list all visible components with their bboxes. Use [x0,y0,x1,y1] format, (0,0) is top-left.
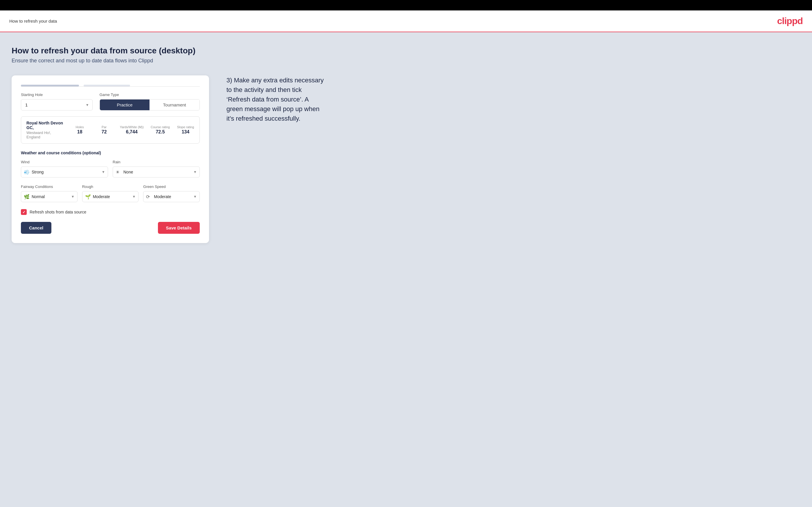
fairway-select[interactable]: Normal Soft Firm [21,191,78,202]
yards-value: 6,744 [120,129,144,134]
practice-button[interactable]: Practice [100,100,150,110]
tab-stub-2 [84,85,130,87]
course-location: Westward Ho!, England [27,130,64,139]
rain-select[interactable]: None Light Heavy [113,167,200,177]
yards-stat: Yards/White (M)) 6,744 [120,125,144,134]
checkmark-icon: ✓ [22,210,26,214]
slope-rating-label: Slope rating [177,125,194,129]
course-table: Royal North Devon GC, Westward Ho!, Engl… [21,116,200,144]
page-subtitle: Ensure the correct and most up to date d… [12,58,800,64]
green-speed-group: Green Speed ⟳ Moderate Slow Fast ▼ [143,184,200,202]
starting-hole-label: Starting Hole [21,93,93,97]
main-content: How to refresh your data from source (de… [0,32,812,507]
conditions-grid-3: Fairway Conditions 🌿 Normal Soft Firm ▼ … [21,184,200,202]
right-description-text: 3) Make any extra edits necessary to the… [226,75,325,123]
toggle-buttons: Practice Tournament [100,99,200,111]
refresh-checkbox[interactable]: ✓ [21,209,27,215]
par-stat: Par 72 [96,125,113,134]
course-info: Royal North Devon GC, Westward Ho!, Engl… [27,121,64,139]
rain-group: Rain ☀ None Light Heavy ▼ [113,160,200,177]
yards-label: Yards/White (M)) [120,125,144,129]
rough-group: Rough 🌱 Moderate Light Heavy ▼ [82,184,139,202]
green-speed-select-wrapper: ⟳ Moderate Slow Fast ▼ [143,191,200,202]
save-button[interactable]: Save Details [158,222,200,234]
rough-select[interactable]: Moderate Light Heavy [82,191,139,202]
content-area: Starting Hole 1 2 10 ▼ Game Type Practic… [12,75,800,243]
wind-group: Wind 💨 Strong Light None Moderate ▼ [21,160,108,177]
header-title: How to refresh your data [9,18,57,23]
top-bar [0,0,812,10]
wind-label: Wind [21,160,108,164]
conditions-grid-2: Wind 💨 Strong Light None Moderate ▼ Rain [21,160,200,177]
fairway-label: Fairway Conditions [21,184,78,189]
cancel-button[interactable]: Cancel [21,222,51,234]
wind-select[interactable]: Strong Light None Moderate [21,167,108,177]
header: How to refresh your data clippd [0,10,812,32]
green-speed-label: Green Speed [143,184,200,189]
fairway-select-wrapper: 🌿 Normal Soft Firm ▼ [21,191,78,202]
holes-label: Holes [71,125,89,129]
button-row: Cancel Save Details [21,222,200,234]
holes-stat: Holes 18 [71,125,89,134]
starting-hole-group: Starting Hole 1 2 10 ▼ [21,93,93,111]
par-value: 72 [96,129,113,134]
course-row: Royal North Devon GC, Westward Ho!, Engl… [21,117,199,143]
checkbox-row: ✓ Refresh shots from data source [21,209,200,215]
card: Starting Hole 1 2 10 ▼ Game Type Practic… [12,75,209,243]
rough-select-wrapper: 🌱 Moderate Light Heavy ▼ [82,191,139,202]
course-rating-value: 72.5 [151,129,170,134]
game-type-group: Game Type Practice Tournament [100,93,200,111]
page-title: How to refresh your data from source (de… [12,46,800,55]
course-rating-label: Course rating [151,125,170,129]
rain-select-wrapper: ☀ None Light Heavy ▼ [113,167,200,177]
conditions-title: Weather and course conditions (optional) [21,151,200,155]
game-type-label: Game Type [100,93,200,97]
starting-hole-select[interactable]: 1 2 10 [21,99,93,111]
rough-label: Rough [82,184,139,189]
refresh-label[interactable]: Refresh shots from data source [30,210,86,214]
game-type-row: Starting Hole 1 2 10 ▼ Game Type Practic… [21,93,200,111]
rain-label: Rain [113,160,200,164]
wind-select-wrapper: 💨 Strong Light None Moderate ▼ [21,167,108,177]
fairway-group: Fairway Conditions 🌿 Normal Soft Firm ▼ [21,184,78,202]
course-name: Royal North Devon GC, [27,121,64,130]
logo: clippd [777,16,803,26]
holes-value: 18 [71,129,89,134]
par-label: Par [96,125,113,129]
tab-stub-1 [21,85,79,87]
tournament-button[interactable]: Tournament [150,100,199,110]
course-rating-stat: Course rating 72.5 [151,125,170,134]
slope-rating-stat: Slope rating 134 [177,125,194,134]
starting-hole-select-wrapper: 1 2 10 ▼ [21,99,93,111]
card-top-tabs [21,85,200,87]
green-speed-select[interactable]: Moderate Slow Fast [143,191,200,202]
slope-rating-value: 134 [177,129,194,134]
right-description: 3) Make any extra edits necessary to the… [226,75,325,123]
